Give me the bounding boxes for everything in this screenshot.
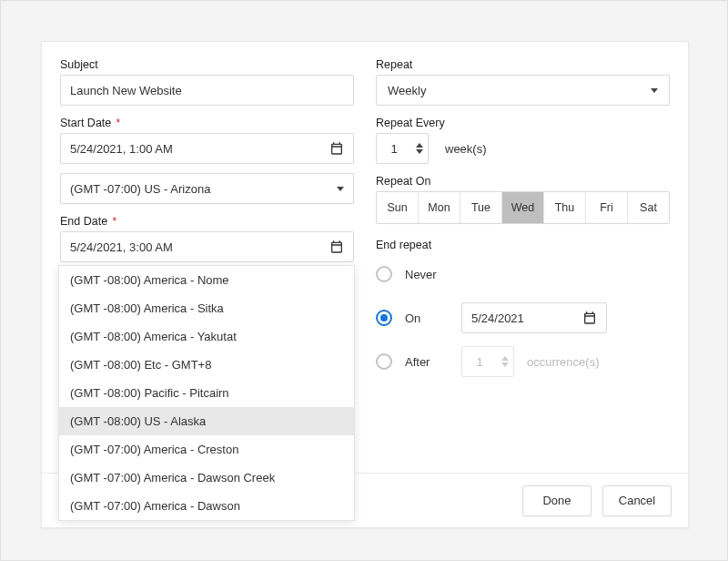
timezone-option[interactable]: (GMT -07:00) America - Dawson Creek — [59, 464, 354, 492]
repeat-value: Weekly — [388, 84, 426, 97]
end-date-value: 5/24/2021, 3:00 AM — [70, 240, 322, 254]
timezone-option[interactable]: (GMT -08:00) America - Nome — [59, 266, 354, 294]
right-column: Repeat Weekly Repeat Every 1 week(s) Rep… — [376, 56, 670, 473]
end-after-label: After — [405, 355, 449, 369]
chevron-down-icon — [337, 187, 344, 191]
end-on-label: On — [405, 311, 449, 325]
radio-after[interactable] — [376, 353, 392, 370]
end-never-label: Never — [405, 268, 449, 281]
end-on-date-input[interactable]: 5/24/2021 — [461, 302, 607, 333]
required-indicator: * — [113, 117, 120, 129]
subject-input[interactable]: Launch New Website — [60, 75, 354, 106]
timezone-option[interactable]: (GMT -08:00) America - Yakutat — [59, 322, 354, 351]
repeat-on-label: Repeat On — [376, 175, 670, 188]
day-button-wed[interactable]: Wed — [502, 192, 544, 223]
end-option-never[interactable]: Never — [376, 259, 670, 290]
repeat-label: Repeat — [376, 58, 670, 71]
repeat-every-spinner[interactable]: 1 — [376, 133, 429, 164]
spinner-up-icon[interactable] — [416, 143, 423, 148]
radio-never[interactable] — [376, 266, 392, 282]
repeat-every-value: 1 — [377, 142, 411, 156]
end-after-units: occurrence(s) — [527, 355, 599, 369]
timezone-option[interactable]: (GMT -07:00) America - Dawson — [59, 492, 354, 520]
end-on-date-value: 5/24/2021 — [471, 311, 524, 325]
done-button[interactable]: Done — [522, 485, 592, 516]
end-date-label: End Date * — [60, 215, 354, 228]
chevron-down-icon — [651, 88, 658, 93]
timezone-option[interactable]: (GMT -07:00) America - Creston — [59, 435, 354, 464]
cancel-button[interactable]: Cancel — [602, 485, 672, 516]
calendar-icon[interactable] — [329, 240, 344, 254]
start-timezone-select[interactable]: (GMT -07:00) US - Arizona — [60, 173, 354, 204]
end-after-count: 1 — [462, 355, 497, 369]
end-repeat-label: End repeat — [376, 239, 670, 251]
timezone-option[interactable]: (GMT -08:00) Pacific - Pitcairn — [59, 379, 354, 407]
required-indicator: * — [109, 215, 116, 228]
subject-label: Subject — [60, 58, 354, 71]
day-button-fri[interactable]: Fri — [586, 192, 628, 223]
spinner-up-icon[interactable] — [501, 356, 509, 361]
timezone-option[interactable]: (GMT -08:00) Etc - GMT+8 — [59, 351, 354, 379]
subject-value: Launch New Website — [70, 84, 344, 97]
repeat-on-days: Sun Mon Tue Wed Thu Fri Sat — [376, 191, 670, 224]
timezone-dropdown-list[interactable]: (GMT -08:00) America - Nome(GMT -08:00) … — [58, 265, 355, 521]
start-timezone-value: (GMT -07:00) US - Arizona — [70, 182, 329, 196]
day-button-thu[interactable]: Thu — [544, 192, 586, 223]
repeat-every-label: Repeat Every — [376, 117, 670, 129]
radio-on[interactable] — [376, 310, 392, 326]
day-button-mon[interactable]: Mon — [419, 192, 460, 223]
repeat-select[interactable]: Weekly — [376, 75, 670, 106]
calendar-icon[interactable] — [329, 141, 344, 156]
end-option-on[interactable]: On 5/24/2021 — [376, 302, 670, 333]
day-button-tue[interactable]: Tue — [460, 192, 502, 223]
timezone-option[interactable]: (GMT -08:00) US - Alaska — [59, 407, 354, 435]
day-button-sat[interactable]: Sat — [628, 192, 669, 223]
calendar-icon[interactable] — [582, 311, 597, 325]
start-date-value: 5/24/2021, 1:00 AM — [70, 142, 322, 156]
start-date-input[interactable]: 5/24/2021, 1:00 AM — [60, 133, 354, 164]
timezone-option[interactable]: (GMT -08:00) America - Sitka — [59, 294, 354, 322]
end-after-spinner[interactable]: 1 — [461, 346, 514, 377]
start-date-label: Start Date * — [60, 117, 354, 129]
end-option-after[interactable]: After 1 occurrence(s) — [376, 346, 670, 377]
repeat-every-units: week(s) — [445, 142, 487, 156]
day-button-sun[interactable]: Sun — [377, 192, 419, 223]
spinner-down-icon[interactable] — [501, 362, 509, 367]
end-date-input[interactable]: 5/24/2021, 3:00 AM — [60, 231, 354, 262]
spinner-down-icon[interactable] — [416, 149, 423, 154]
